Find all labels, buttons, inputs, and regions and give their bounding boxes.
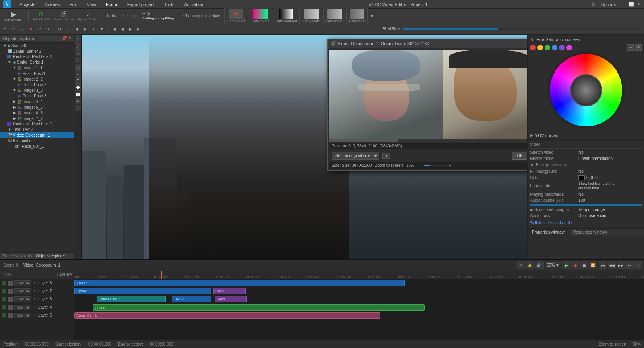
track4-blend[interactable]: Blend [14, 304, 31, 310]
menu-activation[interactable]: Activation [182, 1, 205, 8]
resources-window-tab[interactable]: Resources window [569, 229, 611, 236]
move-back[interactable]: ◀ [72, 25, 80, 33]
tree-item-video1[interactable]: 🎬 Video: Colosseum_1 [0, 132, 74, 138]
track8-vis[interactable] [2, 281, 6, 286]
track6-blend[interactable]: Blend [14, 296, 31, 302]
nav-end[interactable]: ▶| [135, 25, 143, 33]
sound-collapse-btn[interactable]: ▶ [530, 207, 533, 212]
dialog-scrollbar[interactable] [329, 139, 527, 142]
tree-item-push2[interactable]: ▶ Push: Push 2 [0, 82, 74, 87]
tree-item-image7[interactable]: ▶ 🖼 Image: 7_7 [0, 116, 74, 121]
clip-cutting[interactable]: cutting [93, 304, 425, 311]
red-dot[interactable] [530, 45, 536, 50]
tl-next-frame[interactable]: ⏭ [625, 261, 634, 269]
auto-levels-button[interactable]: Auto levels [249, 8, 272, 24]
tree-item-push1[interactable]: ▶ Push: Push1 [0, 70, 74, 76]
tree-item-sprite1[interactable]: ▼ ◆ Sprite: Sprite 1 [0, 59, 74, 65]
menu-edit[interactable]: Edit [68, 1, 78, 8]
grayscale-button1[interactable]: Grayscale [301, 8, 323, 24]
objects-explorer-tab[interactable]: Objects explorer [36, 254, 65, 258]
zoom-minus[interactable]: — [419, 163, 423, 168]
dropdown-arrow[interactable]: ▼ [382, 153, 390, 159]
draw-curve-btn[interactable]: 〜 [75, 50, 81, 56]
tl-lock-btn[interactable]: 🔒 [526, 261, 534, 269]
bg-collapse-btn[interactable]: ▼ [530, 163, 534, 167]
color-wheel-inner[interactable] [570, 74, 602, 106]
tree-item-image4[interactable]: ▶ 🖼 Image: 4_4 [0, 99, 74, 104]
yuv-collapse-btn[interactable]: ▶ [530, 133, 533, 138]
menu-tools[interactable]: Tools [163, 1, 176, 8]
track8-blend[interactable]: Blend [14, 280, 31, 286]
grayscale-button2[interactable]: Grayscale [323, 8, 345, 24]
tl-record-btn[interactable]: ⏺ [571, 261, 579, 269]
rect-select-tool[interactable]: ▭ [19, 25, 27, 33]
pencil-tool-btn[interactable]: ✏ [627, 44, 634, 51]
move-up[interactable]: ▲ [89, 25, 97, 33]
track7-blend[interactable]: Blend [14, 288, 31, 294]
clip-rech1[interactable]: Rech [213, 288, 246, 294]
options-button[interactable]: Options [599, 1, 617, 8]
panel-pin-btn[interactable]: 📌 [62, 36, 67, 41]
tl-prev[interactable]: ◀◀ [608, 261, 616, 269]
track6-vis[interactable] [2, 297, 6, 302]
split-video-audio-link[interactable]: Split to video and audio [530, 221, 572, 225]
tl-loop-btn[interactable]: 🔁 [589, 261, 597, 269]
track4-audio[interactable] [8, 305, 13, 310]
draw-line-btn[interactable]: ╱ [75, 43, 81, 50]
grayscale-button3[interactable]: Grayscale [346, 8, 368, 24]
tree-item-image6[interactable]: ▶ 🖼 Image: 6_6 [0, 110, 74, 116]
original-size-select[interactable]: Set the original size [332, 152, 379, 160]
track6-audio[interactable] [8, 297, 13, 302]
layer-btn[interactable]: ⊕ [75, 98, 81, 104]
add-object-button[interactable]: ⊕ Add object▾ [31, 10, 51, 22]
nav-start[interactable]: |◀ [109, 25, 118, 33]
tree-item-text2[interactable]: T Text: Text 2 [0, 126, 74, 132]
menu-view[interactable]: View [85, 1, 98, 8]
clip-colosseum1[interactable]: Colosseum_1 [97, 296, 166, 302]
text-btn[interactable]: T [75, 77, 81, 84]
tree-item-rechteck1[interactable]: Rechteck: Rechteck 1 [0, 121, 74, 126]
cursor-btn[interactable]: ↖ [75, 35, 81, 42]
magenta-dot[interactable] [566, 45, 572, 50]
tl-stop-btn[interactable]: ⏹ [580, 261, 588, 269]
speech-btn[interactable]: 💬 [75, 84, 81, 91]
tl-prev-frame[interactable]: ⏮ [599, 261, 607, 269]
timeline-body[interactable]: 00:00 00:05 00:10.410 00:15.615 00:20.82… [74, 271, 644, 340]
video-effects-button[interactable]: 🎬 Video effects▾ [52, 10, 75, 22]
select-tool[interactable]: ↖ [2, 25, 10, 33]
move-btn[interactable]: ✛ [75, 105, 81, 111]
menu-projects[interactable]: Projects [18, 1, 37, 8]
tree-item-image2[interactable]: ▼ 🖼 Image: 2_2 [0, 76, 74, 82]
draw-rect-btn[interactable]: ▭ [75, 57, 81, 63]
move-down[interactable]: ▼ [98, 25, 106, 33]
auto-contrast-button[interactable]: Auto contrast [273, 8, 300, 24]
tl-pause[interactable]: ⏸ [634, 261, 642, 269]
zoom-plus[interactable]: + [449, 163, 451, 168]
tree-item-zahler1[interactable]: 🔢 Zähler: Zähler 1 [0, 48, 74, 54]
tree-item-ton1[interactable]: ♪ Ton: Race_Car_1 [0, 143, 74, 149]
tl-view-btn[interactable]: 👁 [517, 261, 525, 269]
clip-text2[interactable]: Text 2 [172, 296, 211, 302]
yellow-dot[interactable] [537, 45, 543, 50]
tree-item-scene0[interactable]: ▼ ■ Scene 0 [0, 43, 74, 48]
zoom-value[interactable]: 50% [388, 27, 396, 31]
tl-mute-btn[interactable]: 🔊 [535, 261, 543, 269]
clip-racecar[interactable]: Race_Car_1 [74, 312, 380, 319]
tl-next[interactable]: ▶▶ [617, 261, 625, 269]
tree-item-bild1[interactable]: 🖼 Bild: cutting [0, 138, 74, 143]
track5-audio[interactable] [8, 313, 13, 318]
menu-editor[interactable]: Editor [104, 1, 119, 8]
remove-all-button[interactable]: ❌ Remove all [224, 8, 248, 24]
redo-tool[interactable]: ↪ [44, 25, 52, 33]
menu-scenes[interactable]: Scenes [43, 1, 62, 8]
clip-sprite1[interactable]: Sprite 1 [74, 288, 211, 294]
tree-item-image5[interactable]: ▶ 🖼 Image: 5_5 [0, 104, 74, 110]
audio-effects-button[interactable]: ♪ Audio effects▾ [76, 10, 99, 22]
clip-zahler1[interactable]: Zähler 1 [74, 280, 405, 286]
panel-close-btn[interactable]: ✕ [68, 36, 72, 41]
track5-vis[interactable] [2, 313, 6, 318]
delete-tool[interactable]: ✕ [27, 25, 35, 33]
draw-poly-btn[interactable]: △ [75, 70, 81, 77]
cutting-splitting-button[interactable]: ✂ ⊞ Cutting and splitting [140, 11, 176, 21]
color-swatch[interactable] [578, 175, 585, 180]
